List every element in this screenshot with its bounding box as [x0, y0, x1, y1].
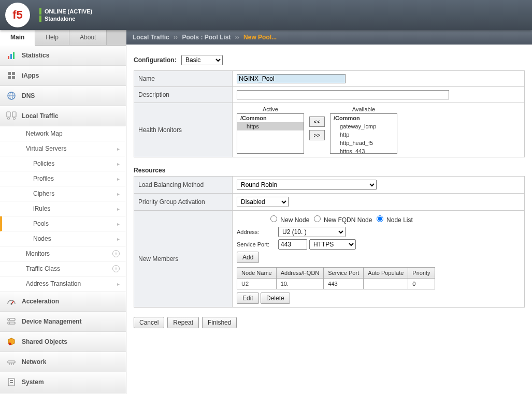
crumb-local-traffic[interactable]: Local Traffic [133, 34, 169, 41]
hm-available-item[interactable]: https_443 [330, 147, 397, 154]
description-input[interactable] [237, 90, 449, 99]
svg-point-19 [9, 323, 10, 324]
sub-virtual-servers[interactable]: Virtual Servers▸ [0, 141, 126, 156]
sidebar: Main Help About Statistics iApps DNS [0, 30, 126, 394]
chevron-right-icon: ▸ [117, 281, 120, 287]
service-port-proto-select[interactable]: HTTPS [309, 239, 356, 250]
radio-new-node[interactable]: New Node [268, 216, 309, 224]
nav-system[interactable]: System [0, 372, 126, 392]
move-left-button[interactable]: << [309, 116, 325, 127]
tab-help[interactable]: Help [35, 30, 69, 45]
sub-address-translation[interactable]: Address Translation▸ [0, 276, 126, 291]
address-label: Address: [237, 229, 276, 235]
resources-title: Resources [134, 167, 525, 174]
radio-new-fqdn[interactable]: New FQDN Node [311, 216, 372, 224]
tab-about[interactable]: About [69, 30, 107, 45]
sub-monitors[interactable]: Monitors+ [0, 246, 126, 261]
svg-rect-22 [8, 361, 15, 363]
service-port-label: Service Port: [237, 241, 276, 247]
svg-rect-3 [8, 72, 11, 75]
delete-button[interactable]: Delete [261, 293, 290, 304]
pga-select[interactable]: Disabled [237, 197, 289, 207]
pga-label: Priority Group Activation [134, 194, 233, 211]
sidebar-tabs: Main Help About [0, 30, 126, 46]
chevron-right-icon: ▸ [117, 221, 120, 227]
crumb-pools[interactable]: Pools : Pool List [182, 34, 231, 41]
hm-available-list[interactable]: /Common gateway_icmp http http_head_f5 h… [330, 113, 397, 154]
chevron-right-icon: ▸ [117, 191, 120, 197]
nav-local-traffic[interactable]: Local Traffic [0, 106, 126, 126]
status-standalone: Standalone [45, 16, 75, 22]
chevron-right-icon: ▸ [117, 206, 120, 212]
svg-point-12 [8, 118, 10, 120]
hm-active-item[interactable]: https [237, 122, 304, 130]
main-panel: Local Traffic ›› Pools : Pool List ›› Ne… [126, 30, 532, 394]
chevron-right-icon: ▸ [117, 176, 120, 182]
objects-icon [6, 337, 17, 347]
configuration-select[interactable]: Basic [181, 55, 223, 65]
address-select[interactable]: U2 (10. ) [278, 227, 346, 237]
sub-pools[interactable]: Pools▸ [0, 216, 126, 231]
hm-available-title: Available [352, 106, 375, 112]
service-port-input[interactable] [278, 239, 307, 250]
svg-rect-27 [10, 380, 13, 381]
sub-irules[interactable]: iRules▸ [0, 201, 126, 216]
cancel-button[interactable]: Cancel [134, 317, 164, 328]
col-priority: Priority [408, 268, 435, 279]
name-input[interactable] [237, 74, 346, 83]
apps-icon [6, 70, 17, 81]
svg-point-18 [9, 319, 10, 320]
sub-policies[interactable]: Policies▸ [0, 156, 126, 171]
svg-point-21 [9, 343, 11, 345]
plus-icon: + [112, 265, 120, 272]
col-node-name: Node Name [237, 268, 277, 279]
radio-node-list[interactable]: Node List [374, 216, 413, 224]
servers-icon [6, 111, 17, 121]
device-icon [6, 316, 17, 327]
sub-traffic-class[interactable]: Traffic Class+ [0, 261, 126, 276]
nav-statistics[interactable]: Statistics [0, 46, 126, 66]
col-address: Address/FQDN [276, 268, 324, 279]
svg-rect-28 [10, 382, 13, 383]
configuration-label: Configuration: [134, 56, 177, 64]
svg-rect-2 [13, 52, 15, 59]
hm-available-item[interactable]: http_head_f5 [330, 139, 397, 147]
svg-point-13 [13, 118, 16, 120]
sub-network-map[interactable]: Network Map [0, 126, 126, 141]
table-row[interactable]: U2 10. 443 0 [237, 279, 435, 289]
hm-available-item[interactable]: http [330, 130, 397, 139]
nav-dns[interactable]: DNS [0, 86, 126, 106]
plus-icon: + [112, 250, 120, 257]
description-label: Description [134, 87, 233, 103]
members-table: Node Name Address/FQDN Service Port Auto… [237, 267, 435, 289]
sub-nodes[interactable]: Nodes▸ [0, 231, 126, 246]
tab-main[interactable]: Main [0, 30, 35, 46]
svg-rect-11 [12, 112, 16, 117]
move-right-button[interactable]: >> [309, 130, 325, 140]
globe-icon [6, 91, 17, 101]
nav-acceleration[interactable]: Acceleration [0, 291, 126, 312]
sub-profiles[interactable]: Profiles▸ [0, 171, 126, 186]
hm-active-list[interactable]: /Common https [237, 113, 304, 154]
nav-device-mgmt[interactable]: Device Management [0, 312, 126, 332]
nav-iapps[interactable]: iApps [0, 66, 126, 86]
add-button[interactable]: Add [237, 252, 259, 263]
lb-method-select[interactable]: Round Robin [237, 180, 377, 190]
nav-network[interactable]: Network [0, 352, 126, 372]
lb-method-label: Load Balancing Method [134, 177, 233, 194]
chart-icon [6, 50, 17, 61]
hm-available-item[interactable]: gateway_icmp [330, 122, 397, 130]
local-traffic-submenu: Network Map Virtual Servers▸ Policies▸ P… [0, 126, 126, 291]
finished-button[interactable]: Finished [202, 317, 237, 328]
repeat-button[interactable]: Repeat [167, 317, 199, 328]
nav-shared-objects[interactable]: Shared Objects [0, 332, 126, 352]
status-online: ONLINE (ACTIVE) [45, 8, 92, 14]
edit-button[interactable]: Edit [237, 293, 259, 304]
svg-rect-5 [8, 76, 11, 79]
network-icon [6, 357, 17, 367]
f5-logo: f5 [5, 3, 30, 27]
svg-point-15 [11, 303, 12, 305]
col-auto-populate: Auto Populate [364, 268, 408, 279]
sub-ciphers[interactable]: Ciphers▸ [0, 186, 126, 201]
svg-rect-1 [10, 54, 12, 59]
